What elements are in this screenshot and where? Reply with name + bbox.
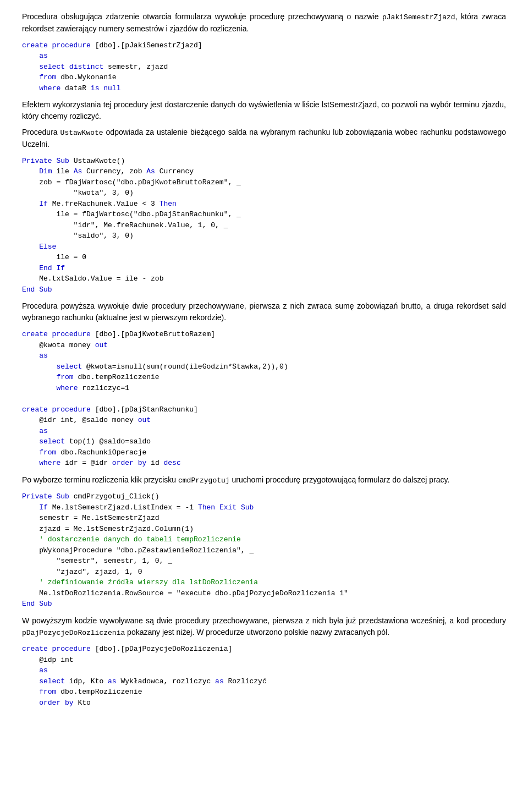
pdajpozycje-inline: pDajPozycjeDoRozliczenia: [22, 629, 125, 637]
code-block-4: Private Sub cmdPrzygotuj_Click() If Me.l…: [22, 491, 506, 610]
po-wyborze-paragraph: Po wyborze terminu rozliczenia klik przy…: [22, 474, 506, 486]
w-powyzszym-paragraph: W powyższym kodzie wywoływane są dwie pr…: [22, 615, 506, 639]
powyzej-paragraph: Procedura powyższa wywołuje dwie procedu…: [22, 300, 506, 323]
cmd-przygotuj-inline: cmdPrzygotuj: [178, 476, 230, 485]
code-block-1: create procedure [dbo].[pJakiSemestrZjaz…: [22, 40, 506, 94]
ustawkwote-paragraph: Procedura UstawKwote odpowiada za ustale…: [22, 127, 506, 150]
ustawkwote-name: UstawKwote: [61, 129, 103, 137]
code-block-3: create procedure [dbo].[pDajKwoteBruttoR…: [22, 329, 506, 469]
intro-paragraph: Procedura obsługująca zdarzenie otwarcia…: [22, 11, 506, 35]
efekt-paragraph: Efektem wykorzystania tej procedury jest…: [22, 99, 506, 122]
code-block-2: Private Sub UstawKwote() Dim ile As Curr…: [22, 156, 506, 295]
code-block-5: create procedure [dbo].[pDajPozycjeDoRoz…: [22, 644, 506, 708]
proc-name-1: pJakiSemestrZjazd: [382, 13, 455, 21]
